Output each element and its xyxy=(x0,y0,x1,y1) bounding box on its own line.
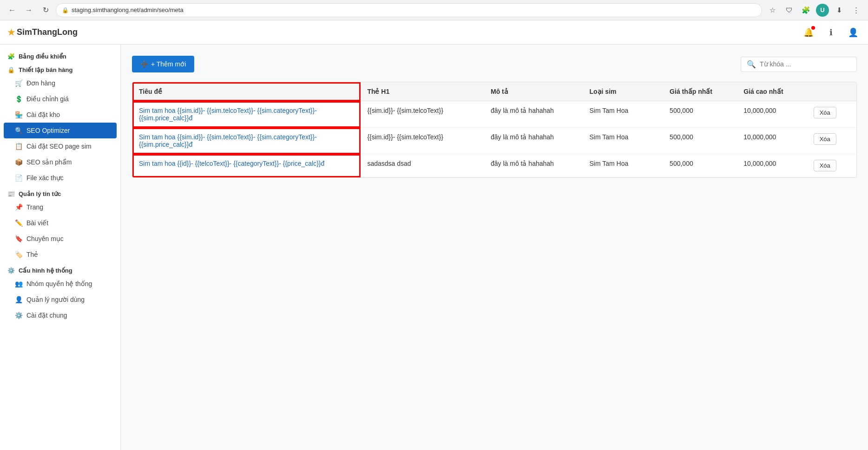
cell-title-1: Sim tam hoa {{sim.id}}- {{sim.telcoText}… xyxy=(132,101,361,128)
sidebar-item-seo-optimizer[interactable]: 🔍 SEO Optimizer xyxy=(4,123,117,138)
cell-description-2: đây là mô tả hahahah xyxy=(484,128,583,154)
col-header-loai-sim: Loại sim xyxy=(583,82,663,101)
cell-actions-3: Xóa xyxy=(807,154,856,177)
col-header-max-price: Giá cao nhất xyxy=(737,82,807,101)
col-header-actions xyxy=(807,82,856,101)
sidebar-item-seo-product[interactable]: 📦 SEO sản phẩm xyxy=(0,154,120,170)
title-link-3[interactable]: Sim tam hoa {{id}}- {{telcoText}}- {{cat… xyxy=(139,160,324,167)
delete-button-1[interactable]: Xóa xyxy=(814,107,836,118)
users-icon: 👤 xyxy=(15,296,23,303)
browser-bar: ← → ↻ 🔒 staging.simthanglong.net/admin/s… xyxy=(0,0,868,20)
dashboard-icon: 🧩 xyxy=(7,53,15,60)
cell-max-price-2: 10,000,000 xyxy=(737,128,807,154)
search-input[interactable] xyxy=(760,60,851,68)
reload-button[interactable]: ↻ xyxy=(39,4,52,17)
table-row: Sim tam hoa {{sim.id}}- {{sim.telcoText}… xyxy=(132,101,856,128)
news-label: Quản lý tin tức xyxy=(19,190,61,197)
table-body: Sim tam hoa {{sim.id}}- {{sim.telcoText}… xyxy=(132,101,856,177)
extensions-icon[interactable]: 🧩 xyxy=(799,4,812,17)
news-icon: 📰 xyxy=(7,190,15,197)
sidebar: 🧩 Bảng điều khiển 🔒 Thiết lập bán hàng 🛒… xyxy=(0,45,121,450)
table-row: Sim tam hoa {{id}}- {{telcoText}}- {{cat… xyxy=(132,154,856,177)
orders-label: Đơn hàng xyxy=(26,79,55,87)
search-icon: 🔍 xyxy=(747,60,756,69)
user-account-button[interactable]: 👤 xyxy=(846,25,861,40)
roles-icon: 👥 xyxy=(15,280,23,287)
sidebar-section-system: ⚙️ Cấu hình hệ thống xyxy=(0,262,120,276)
tags-label: Thẻ xyxy=(26,251,38,258)
seo-optimizer-icon: 🔍 xyxy=(15,127,23,134)
back-button[interactable]: ← xyxy=(6,4,19,17)
cell-loai-sim-2: Sim Tam Hoa xyxy=(583,128,663,154)
data-table: Tiêu đề Thẻ H1 Mô tả Loại sim Giá thấp n… xyxy=(132,82,856,177)
add-button[interactable]: ➕ + Thêm mới xyxy=(132,56,194,72)
info-button[interactable]: ℹ xyxy=(823,25,838,40)
menu-icon[interactable]: ⋮ xyxy=(849,4,862,17)
cell-min-price-3: 500,000 xyxy=(663,154,737,177)
app-header: ★ SimThangLong 🔔 ℹ 👤 xyxy=(0,20,868,45)
lock-icon: 🔒 xyxy=(62,7,69,13)
bookmark-icon[interactable]: ☆ xyxy=(766,4,779,17)
delete-button-3[interactable]: Xóa xyxy=(814,160,836,171)
sidebar-item-settings[interactable]: ⚙️ Cài đặt chung xyxy=(0,307,120,323)
cell-loai-sim-1: Sim Tam Hoa xyxy=(583,101,663,128)
system-icon: ⚙️ xyxy=(7,267,15,274)
cell-loai-sim-3: Sim Tam Hoa xyxy=(583,154,663,177)
sidebar-item-pages[interactable]: 📌 Trang xyxy=(0,199,120,215)
pages-label: Trang xyxy=(26,203,43,211)
cell-actions-1: Xóa xyxy=(807,101,856,128)
tags-icon: 🏷️ xyxy=(15,251,23,258)
app-logo: ★ SimThangLong xyxy=(7,27,78,38)
sidebar-item-price-adjust[interactable]: 💲 Điều chỉnh giá xyxy=(0,91,120,107)
categories-icon: 🔖 xyxy=(15,235,23,242)
sidebar-item-roles[interactable]: 👥 Nhóm quyền hệ thống xyxy=(0,276,120,292)
cell-min-price-2: 500,000 xyxy=(663,128,737,154)
pages-icon: 📌 xyxy=(15,203,23,211)
cell-h1-3: sadasdsa dsad xyxy=(361,154,484,177)
table-header-row: Tiêu đề Thẻ H1 Mô tả Loại sim Giá thấp n… xyxy=(132,82,856,101)
delete-button-2[interactable]: Xóa xyxy=(814,133,836,145)
sales-icon: 🔒 xyxy=(7,66,15,73)
avatar: U xyxy=(816,4,829,17)
sidebar-section-dashboard: 🧩 Bảng điều khiển xyxy=(0,48,120,62)
toolbar: ➕ + Thêm mới 🔍 xyxy=(132,56,857,72)
download-icon[interactable]: ⬇ xyxy=(833,4,846,17)
cell-min-price-1: 500,000 xyxy=(663,101,737,128)
cell-max-price-3: 10,000,000 xyxy=(737,154,807,177)
col-header-description: Mô tả xyxy=(484,82,583,101)
sidebar-item-users[interactable]: 👤 Quản lý người dùng xyxy=(0,292,120,307)
file-verify-icon: 📄 xyxy=(15,174,23,182)
warehouse-label: Cài đặt kho xyxy=(26,111,60,118)
sidebar-section-news: 📰 Quản lý tin tức xyxy=(0,186,120,199)
shield-icon[interactable]: 🛡 xyxy=(783,4,796,17)
plus-icon: ➕ xyxy=(140,60,148,68)
sidebar-item-seo-page-sim[interactable]: 📋 Cài đặt SEO page sim xyxy=(0,138,120,154)
sidebar-item-articles[interactable]: ✏️ Bài viết xyxy=(0,215,120,231)
articles-icon: ✏️ xyxy=(15,219,23,227)
sidebar-item-warehouse[interactable]: 🏪 Cài đặt kho xyxy=(0,107,120,123)
settings-icon: ⚙️ xyxy=(15,312,23,319)
file-verify-label: File xác thực xyxy=(26,174,64,182)
profile-icon[interactable]: U xyxy=(816,4,829,17)
sidebar-section-sales: 🔒 Thiết lập bán hàng xyxy=(0,62,120,75)
cell-description-3: đây là mô tả hahahah xyxy=(484,154,583,177)
title-link-1[interactable]: Sim tam hoa {{sim.id}}- {{sim.telcoText}… xyxy=(139,107,317,122)
seo-page-sim-icon: 📋 xyxy=(15,143,23,150)
logo-star: ★ xyxy=(7,27,15,38)
sidebar-item-tags[interactable]: 🏷️ Thẻ xyxy=(0,247,120,262)
settings-label: Cài đặt chung xyxy=(26,312,67,319)
address-bar[interactable]: 🔒 staging.simthanglong.net/admin/seo/met… xyxy=(56,3,762,17)
add-button-label: + Thêm mới xyxy=(151,60,186,68)
table-row: Sim tam hoa {{sim.id}}- {{sim.telcoText}… xyxy=(132,128,856,154)
notification-button[interactable]: 🔔 xyxy=(801,25,816,40)
table-container: Tiêu đề Thẻ H1 Mô tả Loại sim Giá thấp n… xyxy=(132,82,857,178)
col-header-min-price: Giá thấp nhất xyxy=(663,82,737,101)
title-link-2[interactable]: Sim tam hoa {{sim.id}}- {{sim.telcoText}… xyxy=(139,133,317,148)
sidebar-item-categories[interactable]: 🔖 Chuyên mục xyxy=(0,231,120,247)
roles-label: Nhóm quyền hệ thống xyxy=(26,280,92,287)
forward-button[interactable]: → xyxy=(22,4,35,17)
cell-h1-1: {{sim.id}}- {{sim.telcoText}} xyxy=(361,101,484,128)
sidebar-item-file-verify[interactable]: 📄 File xác thực xyxy=(0,170,120,186)
seo-product-label: SEO sản phẩm xyxy=(26,158,72,166)
sidebar-item-orders[interactable]: 🛒 Đơn hàng xyxy=(0,75,120,91)
